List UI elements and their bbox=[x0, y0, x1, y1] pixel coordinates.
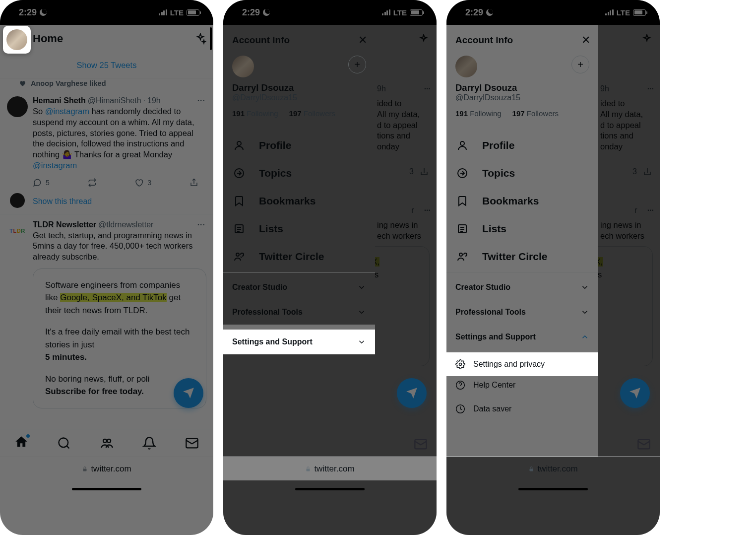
tweet-author[interactable]: Hemani Sheth bbox=[33, 96, 86, 105]
menu-profile[interactable]: Profile bbox=[446, 132, 598, 159]
nav-search-icon[interactable] bbox=[57, 436, 71, 450]
mention-link[interactable]: @instagram bbox=[33, 161, 77, 170]
menu-lists[interactable]: Lists bbox=[446, 215, 598, 243]
submenu-data-saver[interactable]: Data saver bbox=[446, 397, 598, 421]
menu-bookmarks[interactable]: Bookmarks bbox=[446, 187, 598, 215]
svg-point-8 bbox=[236, 253, 239, 256]
account-drawer: Account info ✕ + Darryl Dsouza @DarrylDs… bbox=[446, 25, 598, 457]
drawer-avatar[interactable] bbox=[455, 56, 477, 77]
show-new-tweets[interactable]: Show 25 Tweets bbox=[0, 53, 213, 78]
section-creator-studio[interactable]: Creator Studio bbox=[446, 275, 598, 300]
do-not-disturb-icon bbox=[40, 9, 47, 16]
add-account-button[interactable]: + bbox=[571, 56, 589, 73]
account-handle: @DarrylDsouza15 bbox=[232, 93, 366, 102]
nav-home-icon[interactable] bbox=[14, 435, 28, 451]
section-professional-tools[interactable]: Professional Tools bbox=[223, 300, 375, 325]
svg-point-0 bbox=[59, 438, 68, 447]
followers-link[interactable]: 197 Followers bbox=[512, 109, 559, 118]
scrollbar[interactable] bbox=[210, 27, 212, 50]
status-bar: 2:29 LTE bbox=[446, 0, 660, 25]
add-account-button[interactable]: + bbox=[348, 56, 366, 73]
page-title: Home bbox=[33, 32, 189, 45]
tweet-handle[interactable]: @tldrnewsletter bbox=[98, 220, 153, 229]
close-icon[interactable]: ✕ bbox=[358, 34, 367, 47]
reply-button[interactable]: 5 bbox=[33, 178, 50, 187]
mention-link[interactable]: @instagram bbox=[45, 107, 89, 116]
share-button[interactable] bbox=[189, 178, 198, 187]
drawer-title: Account info bbox=[232, 35, 290, 46]
battery-icon bbox=[187, 9, 199, 16]
nav-communities-icon[interactable] bbox=[100, 436, 114, 450]
home-indicator[interactable] bbox=[518, 488, 588, 490]
tweet-text: Get tech, startup, and programming news … bbox=[33, 230, 206, 263]
bottom-nav bbox=[0, 429, 213, 457]
chevron-down-icon bbox=[357, 337, 366, 346]
network-label: LTE bbox=[170, 8, 184, 17]
section-settings-support[interactable]: Settings and Support bbox=[446, 325, 598, 349]
screenshot-3: 2:29 LTE 9h··· ided toAll my data,d to a… bbox=[446, 0, 660, 535]
svg-point-2 bbox=[107, 439, 111, 442]
account-drawer: Account info ✕ + Darryl Dsouza @DarrylDs… bbox=[223, 25, 375, 457]
status-bar: 2:29 LTE bbox=[0, 0, 213, 25]
svg-rect-4 bbox=[83, 468, 87, 471]
show-thread-link[interactable]: Show this thread bbox=[33, 193, 206, 212]
menu-twitter-circle[interactable]: Twitter Circle bbox=[446, 243, 598, 270]
compose-tweet-button[interactable] bbox=[620, 378, 650, 408]
retweet-button[interactable] bbox=[88, 178, 97, 187]
menu-profile[interactable]: Profile bbox=[223, 132, 375, 159]
svg-rect-19 bbox=[530, 468, 533, 471]
submenu-help-center[interactable]: Help Center bbox=[446, 373, 598, 397]
nav-messages-icon[interactable] bbox=[637, 437, 651, 451]
lock-icon bbox=[305, 466, 311, 472]
browser-url-bar[interactable]: twitter.com bbox=[0, 457, 213, 480]
account-name: Darryl Dsouza bbox=[232, 82, 366, 93]
svg-rect-10 bbox=[307, 468, 310, 471]
menu-lists[interactable]: Lists bbox=[223, 215, 375, 243]
drawer-title: Account info bbox=[455, 35, 513, 46]
sparkle-icon[interactable] bbox=[194, 33, 206, 45]
following-link[interactable]: 191 Following bbox=[455, 109, 502, 118]
tweet-avatar[interactable] bbox=[7, 96, 28, 117]
like-button[interactable]: 3 bbox=[134, 178, 151, 187]
section-professional-tools[interactable]: Professional Tools bbox=[446, 300, 598, 325]
menu-twitter-circle[interactable]: Twitter Circle bbox=[223, 243, 375, 270]
chevron-down-icon bbox=[580, 308, 589, 317]
highlighted-settings-support[interactable]: Settings and Support bbox=[223, 330, 375, 354]
drawer-avatar[interactable] bbox=[232, 56, 254, 77]
menu-topics[interactable]: Topics bbox=[223, 159, 375, 187]
tweet-avatar[interactable]: TLDR bbox=[7, 220, 28, 241]
section-creator-studio[interactable]: Creator Studio bbox=[223, 275, 375, 300]
screenshot-2: 2:29 LTE 9h··· ided toAll my data,d to a… bbox=[223, 0, 437, 535]
tweet-handle[interactable]: @HimaniSheth bbox=[88, 96, 141, 105]
highlighted-avatar[interactable] bbox=[3, 26, 31, 54]
followers-link[interactable]: 197 Followers bbox=[289, 109, 335, 118]
close-icon[interactable]: ✕ bbox=[581, 34, 590, 47]
nav-notifications-icon[interactable] bbox=[142, 436, 156, 450]
home-indicator[interactable] bbox=[72, 488, 141, 490]
menu-bookmarks[interactable]: Bookmarks bbox=[223, 187, 375, 215]
svg-point-11 bbox=[460, 141, 464, 145]
tweet-more-icon[interactable]: ··· bbox=[196, 96, 206, 105]
nav-messages-icon[interactable] bbox=[185, 436, 199, 450]
do-not-disturb-icon bbox=[486, 9, 493, 16]
browser-url-bar[interactable]: twitter.com bbox=[446, 457, 660, 480]
nav-messages-icon[interactable] bbox=[414, 437, 428, 451]
chevron-down-icon bbox=[580, 283, 589, 292]
browser-url-bar[interactable]: twitter.com bbox=[223, 457, 437, 480]
chevron-down-icon bbox=[357, 308, 366, 317]
tweet-1[interactable]: Hemani Sheth @HimaniSheth · 19h ··· So @… bbox=[0, 90, 213, 193]
highlighted-settings-privacy[interactable]: Settings and privacy bbox=[446, 352, 598, 376]
chevron-up-icon bbox=[580, 333, 589, 341]
status-bar: 2:29 LTE bbox=[223, 0, 437, 25]
svg-point-14 bbox=[459, 253, 462, 256]
tweet-more-icon[interactable]: ··· bbox=[196, 220, 206, 229]
home-indicator[interactable] bbox=[295, 488, 365, 490]
compose-tweet-button[interactable] bbox=[174, 378, 203, 408]
account-handle: @DarrylDsouza15 bbox=[455, 93, 589, 102]
tweet-author[interactable]: TLDR Newsletter bbox=[33, 220, 96, 229]
compose-tweet-button[interactable] bbox=[397, 378, 427, 408]
tweet-time: 19h bbox=[147, 96, 161, 105]
thread-avatar[interactable] bbox=[10, 193, 25, 208]
menu-topics[interactable]: Topics bbox=[446, 159, 598, 187]
following-link[interactable]: 191 Following bbox=[232, 109, 278, 118]
